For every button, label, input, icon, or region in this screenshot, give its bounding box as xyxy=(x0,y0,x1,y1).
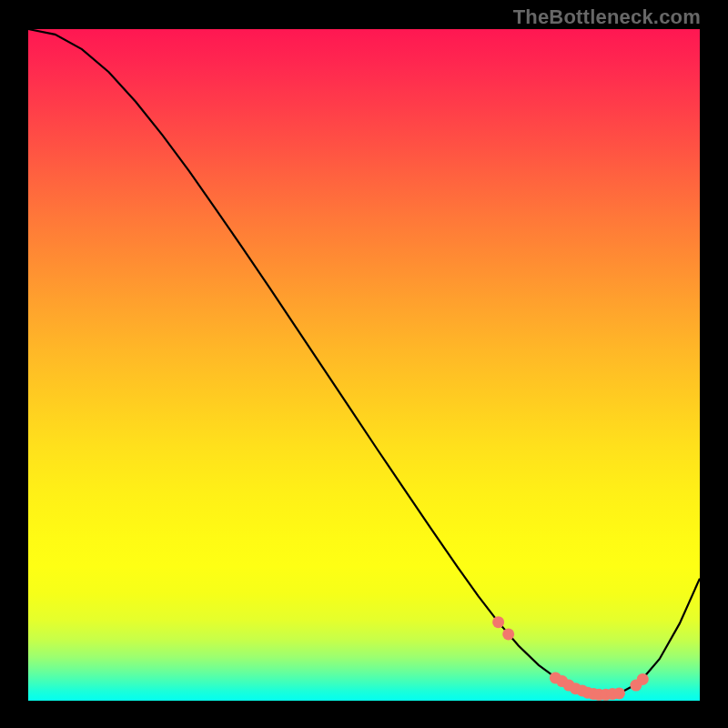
curve-marker xyxy=(502,628,514,640)
curve-markers xyxy=(492,616,649,701)
plot-area xyxy=(28,29,700,701)
curve-marker xyxy=(637,673,649,685)
bottleneck-curve-line xyxy=(28,29,700,694)
curve-marker xyxy=(492,616,504,628)
watermark-text: TheBottleneck.com xyxy=(513,5,701,29)
curve-marker xyxy=(613,687,625,699)
curve-layer xyxy=(28,29,700,701)
chart-frame: TheBottleneck.com xyxy=(0,0,728,728)
